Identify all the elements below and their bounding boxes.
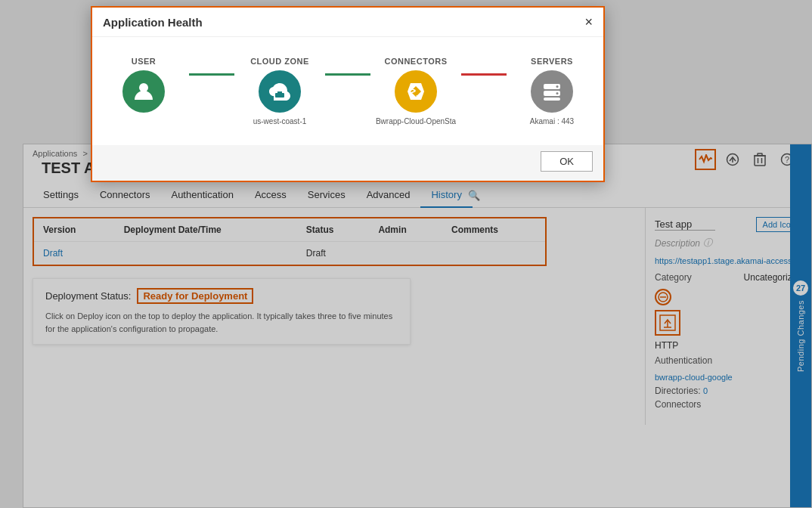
modal-body: USER CLOUD ZONE xyxy=(92,37,603,145)
user-node-icon xyxy=(122,70,165,113)
servers-node-sublabel: Akamai : 443 xyxy=(530,117,574,125)
connector-line-1 xyxy=(189,73,234,76)
modal-footer: OK xyxy=(92,145,603,181)
health-node-connectors: CONNECTORS >_ Bwrapp-Cloud-OpenSta xyxy=(370,57,461,125)
modal-header: Application Health × xyxy=(92,8,603,37)
cloudzone-node-icon xyxy=(259,70,301,113)
cloudzone-node-sublabel: us-west-coast-1 xyxy=(253,117,307,125)
modal-title: Application Health xyxy=(103,16,203,29)
svg-point-10 xyxy=(556,85,559,88)
connectors-node-sublabel: Bwrapp-Cloud-OpenSta xyxy=(376,117,456,125)
connector-3 xyxy=(461,73,507,76)
svg-rect-2 xyxy=(275,93,284,98)
modal-close-button[interactable]: × xyxy=(584,15,593,29)
svg-rect-9 xyxy=(544,98,560,101)
connector-2 xyxy=(325,73,370,76)
cloudzone-node-label: CLOUD ZONE xyxy=(250,57,309,66)
health-node-user: USER xyxy=(98,57,189,117)
svg-point-11 xyxy=(556,92,559,94)
connector-line-3 xyxy=(461,73,507,76)
servers-node-icon xyxy=(531,70,573,113)
application-health-modal: Application Health × USER CLOUD ZO xyxy=(91,6,605,182)
ok-button[interactable]: OK xyxy=(541,151,593,172)
connector-line-2 xyxy=(325,73,370,76)
svg-text:>_: >_ xyxy=(410,85,422,97)
health-node-servers: SERVERS Akamai : 443 xyxy=(507,57,597,125)
health-node-cloudzone: CLOUD ZONE us-west-coast-1 xyxy=(234,57,325,125)
servers-node-label: SERVERS xyxy=(531,57,573,66)
connectors-node-icon: >_ xyxy=(395,70,437,113)
user-node-label: USER xyxy=(132,57,157,66)
health-diagram: USER CLOUD ZONE xyxy=(107,49,588,133)
connectors-node-label: CONNECTORS xyxy=(384,57,447,66)
connector-1 xyxy=(189,73,234,76)
